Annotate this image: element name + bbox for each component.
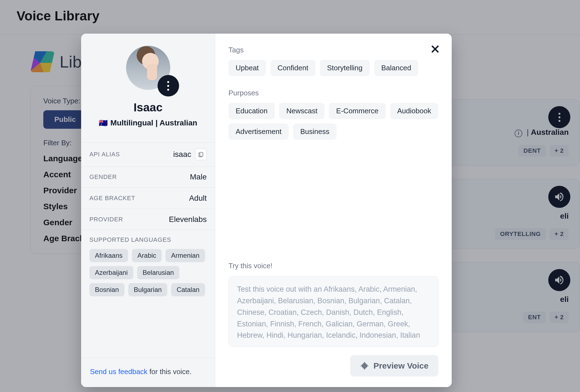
copy-button[interactable] bbox=[195, 149, 207, 160]
detail-key: API ALIAS bbox=[89, 151, 120, 158]
tags-row: Upbeat Confident Storytelling Balanced bbox=[228, 60, 438, 76]
voice-subtitle-text: Multilingual | Australian bbox=[110, 119, 197, 127]
feedback-bar: Send us feedback for this voice. bbox=[81, 358, 215, 387]
age-value: Adult bbox=[189, 194, 207, 203]
api-alias-value: isaac bbox=[173, 150, 191, 159]
try-voice-label: Try this voice! bbox=[228, 262, 438, 270]
detail-key: GENDER bbox=[89, 173, 117, 181]
tag-chip: Upbeat bbox=[228, 60, 266, 76]
purpose-chip: Audiobook bbox=[390, 103, 438, 119]
preview-voice-button[interactable]: Preview Voice bbox=[350, 355, 438, 377]
tags-title: Tags bbox=[228, 46, 438, 54]
waveform-icon bbox=[360, 361, 369, 370]
flag-icon: 🇦🇺 bbox=[99, 119, 108, 127]
detail-list: API ALIAS isaac GENDER Male AGE BRACKET … bbox=[81, 142, 215, 230]
lang-chip: Belarusian bbox=[137, 266, 179, 279]
detail-row-gender: GENDER Male bbox=[81, 167, 215, 188]
try-voice-textarea[interactable] bbox=[228, 276, 438, 347]
lang-chip: Azerbaijani bbox=[89, 266, 133, 279]
feedback-link[interactable]: Send us feedback bbox=[90, 367, 147, 376]
preview-voice-label: Preview Voice bbox=[373, 361, 429, 370]
supported-languages-section: SUPPORTED LANGUAGES Afrikaans Arabic Arm… bbox=[81, 230, 215, 302]
voice-detail-modal: Isaac 🇦🇺 Multilingual | Australian API A… bbox=[81, 34, 452, 387]
purpose-chip: Business bbox=[293, 123, 337, 140]
lang-chip: Arabic bbox=[132, 249, 162, 262]
lang-chip: Armenian bbox=[166, 249, 205, 262]
detail-key: PROVIDER bbox=[89, 216, 123, 223]
lang-chip: Catalan bbox=[171, 283, 205, 296]
tag-chip: Storytelling bbox=[320, 60, 370, 76]
clipboard-icon bbox=[198, 151, 204, 157]
more-vertical-icon bbox=[167, 81, 169, 91]
purpose-chip: Education bbox=[228, 103, 275, 119]
language-chips: Afrikaans Arabic Armenian Azerbaijani Be… bbox=[89, 249, 207, 296]
modal-left-panel: Isaac 🇦🇺 Multilingual | Australian API A… bbox=[81, 34, 215, 387]
purposes-title: Purposes bbox=[228, 89, 438, 97]
voice-subtitle: 🇦🇺 Multilingual | Australian bbox=[99, 119, 197, 127]
lang-chip: Afrikaans bbox=[89, 249, 128, 262]
purposes-row: Education Newscast E-Commerce Audiobook … bbox=[228, 103, 438, 140]
detail-row-api-alias: API ALIAS isaac bbox=[81, 143, 215, 167]
close-button[interactable] bbox=[427, 41, 443, 57]
avatar-more-button[interactable] bbox=[158, 75, 179, 96]
tag-chip: Balanced bbox=[374, 60, 418, 76]
feedback-suffix: for this voice. bbox=[147, 367, 191, 376]
purpose-chip: Newscast bbox=[279, 103, 325, 119]
detail-key: AGE BRACKET bbox=[89, 195, 135, 202]
supported-title: SUPPORTED LANGUAGES bbox=[89, 236, 207, 243]
tag-chip: Confident bbox=[270, 60, 315, 76]
detail-row-provider: PROVIDER Elevenlabs bbox=[81, 209, 215, 230]
lang-chip: Bosnian bbox=[89, 283, 124, 296]
modal-right-panel: Tags Upbeat Confident Storytelling Balan… bbox=[215, 34, 452, 387]
voice-name: Isaac bbox=[134, 101, 163, 114]
provider-value: Elevenlabs bbox=[169, 215, 207, 224]
svg-rect-0 bbox=[200, 152, 203, 157]
purpose-chip: Advertisement bbox=[228, 123, 289, 140]
close-icon bbox=[430, 44, 441, 55]
detail-row-age: AGE BRACKET Adult bbox=[81, 188, 215, 209]
lang-chip: Bulgarian bbox=[128, 283, 167, 296]
gender-value: Male bbox=[190, 173, 207, 181]
purpose-chip: E-Commerce bbox=[329, 103, 385, 119]
